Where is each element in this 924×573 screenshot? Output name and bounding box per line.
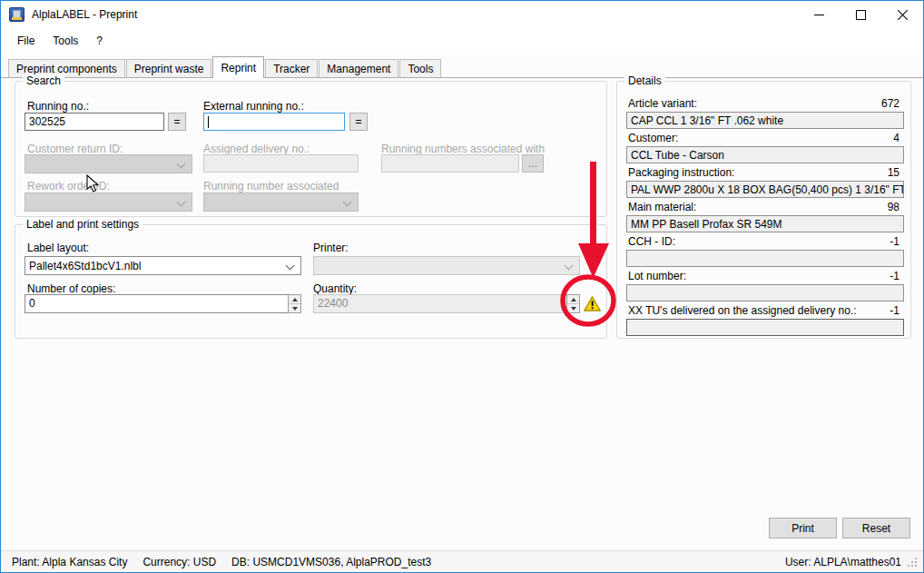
tab-tracker[interactable]: Tracker bbox=[265, 59, 318, 77]
running-numbers-associated-with-label: Running numbers associated with bbox=[381, 143, 545, 155]
external-running-no-input[interactable] bbox=[203, 113, 345, 131]
window-title: AlplaLABEL - Preprint bbox=[32, 8, 137, 21]
print-button[interactable]: Print bbox=[769, 518, 837, 538]
label-print-settings-group: Label and print settings Label layout: P… bbox=[15, 224, 607, 339]
minimize-icon bbox=[814, 10, 824, 20]
lot-number-id: -1 bbox=[890, 270, 899, 282]
main-material-label: Main material: bbox=[628, 201, 696, 213]
status-db: DB: USMCD1VMS036, AlplaPROD_test3 bbox=[231, 556, 431, 568]
spin-down-icon[interactable] bbox=[289, 304, 300, 312]
customer-label: Customer: bbox=[628, 132, 678, 144]
app-window: AlplaLABEL - Preprint File Tools ? Prepr… bbox=[0, 0, 924, 573]
label-print-settings-title: Label and print settings bbox=[23, 218, 143, 231]
chevron-down-icon bbox=[177, 198, 186, 207]
cch-id-id: -1 bbox=[890, 235, 899, 248]
window-controls bbox=[798, 1, 923, 28]
assigned-delivery-no-input[interactable] bbox=[203, 154, 359, 173]
external-running-no-equals-button[interactable]: = bbox=[349, 113, 368, 131]
quantity-spinner[interactable] bbox=[566, 294, 580, 313]
running-numbers-associated-with-input[interactable] bbox=[381, 154, 519, 173]
status-plant: Plant: Alpla Kansas City bbox=[12, 556, 127, 568]
running-numbers-browse-button[interactable]: ... bbox=[522, 154, 544, 173]
reset-button[interactable]: Reset bbox=[842, 518, 910, 538]
close-icon bbox=[898, 10, 908, 20]
customer-return-id-label: Customer return ID: bbox=[27, 143, 123, 155]
number-of-copies-input[interactable]: 0 bbox=[25, 294, 289, 313]
menu-tools[interactable]: Tools bbox=[44, 31, 87, 51]
number-of-copies-spinner[interactable] bbox=[288, 294, 301, 313]
running-no-label: Running no.: bbox=[27, 100, 89, 113]
menu-help[interactable]: ? bbox=[87, 31, 112, 51]
number-of-copies-label: Number of copies: bbox=[27, 282, 115, 295]
app-icon bbox=[9, 7, 25, 22]
minimize-button[interactable] bbox=[798, 1, 840, 28]
customer-value: CCL Tube - Carson bbox=[626, 146, 904, 163]
label-layout-label: Label layout: bbox=[27, 242, 89, 254]
search-group-title: Search bbox=[23, 74, 64, 87]
running-number-associated-label: Running number associated bbox=[203, 180, 339, 193]
article-variant-label: Article variant: bbox=[628, 97, 697, 110]
article-variant-value: CAP CCL 1 3/16" FT .062 white bbox=[626, 112, 904, 129]
close-button[interactable] bbox=[881, 1, 923, 28]
tab-tools[interactable]: Tools bbox=[399, 59, 441, 77]
external-running-no-label: External running no.: bbox=[203, 100, 304, 113]
label-layout-combo[interactable]: Pallet4x6Std1bcV1.nlbl bbox=[25, 256, 301, 275]
assigned-delivery-no-label: Assigned delivery no.: bbox=[203, 143, 310, 155]
chevron-down-icon bbox=[343, 198, 352, 207]
article-variant-id: 672 bbox=[881, 97, 899, 110]
tab-preprint-waste[interactable]: Preprint waste bbox=[126, 59, 212, 77]
packaging-instruction-id: 15 bbox=[888, 166, 899, 179]
chevron-down-icon bbox=[177, 160, 186, 169]
status-currency: Currency: USD bbox=[143, 556, 216, 568]
spin-up-icon[interactable] bbox=[289, 295, 300, 304]
quantity-label: Quantity: bbox=[313, 282, 357, 295]
lot-number-value bbox=[626, 284, 904, 301]
details-group: Details Article variant: 672 CAP CCL 1 3… bbox=[616, 81, 911, 339]
customer-id: 4 bbox=[893, 132, 899, 144]
rework-order-id-label: Rework order ID: bbox=[27, 180, 110, 193]
resize-grip-icon[interactable] bbox=[907, 557, 918, 568]
lot-number-label: Lot number: bbox=[628, 270, 686, 282]
tus-delivered-label: XX TU's delivered on the assigned delive… bbox=[628, 304, 857, 317]
chevron-down-icon bbox=[565, 262, 574, 271]
tus-delivered-id: -1 bbox=[890, 304, 899, 317]
running-no-equals-button[interactable]: = bbox=[168, 113, 186, 131]
spin-up-icon[interactable] bbox=[567, 295, 579, 304]
running-no-input[interactable]: 302525 bbox=[25, 113, 164, 131]
packaging-instruction-value: PAL WWP 2800u X 18 BOX BAG(50,400 pcs) 1… bbox=[626, 181, 904, 198]
tab-reprint[interactable]: Reprint bbox=[212, 56, 264, 78]
printer-label: Printer: bbox=[313, 242, 349, 254]
packaging-instruction-label: Packaging instruction: bbox=[628, 166, 734, 179]
search-group: Search Running no.: 302525 = External ru… bbox=[15, 81, 607, 217]
maximize-button[interactable] bbox=[840, 1, 881, 28]
customer-return-id-combo[interactable] bbox=[25, 154, 192, 173]
running-number-associated-combo[interactable] bbox=[203, 193, 359, 212]
status-bar: Plant: Alpla Kansas City Currency: USD D… bbox=[1, 550, 923, 572]
details-group-title: Details bbox=[624, 74, 665, 87]
title-bar: AlplaLABEL - Preprint bbox=[1, 1, 923, 28]
main-material-value: MM PP Basell Profax SR 549M bbox=[626, 215, 904, 232]
spin-down-icon[interactable] bbox=[567, 304, 579, 312]
text-caret bbox=[208, 116, 209, 128]
printer-combo[interactable] bbox=[313, 256, 580, 275]
maximize-icon bbox=[856, 10, 866, 20]
tus-delivered-value bbox=[626, 319, 904, 336]
status-user: User: ALPLA\matthes01 bbox=[785, 556, 901, 568]
rework-order-id-combo[interactable] bbox=[25, 193, 192, 212]
warning-icon bbox=[584, 296, 601, 311]
main-material-id: 98 bbox=[888, 201, 899, 213]
tab-management[interactable]: Management bbox=[319, 59, 398, 77]
quantity-input[interactable]: 22400 bbox=[313, 294, 567, 313]
cch-id-value bbox=[626, 250, 904, 267]
cch-id-label: CCH - ID: bbox=[628, 235, 675, 248]
tab-strip: Preprint components Preprint waste Repri… bbox=[1, 56, 923, 78]
chevron-down-icon bbox=[286, 262, 295, 271]
menu-bar: File Tools ? bbox=[1, 28, 923, 54]
menu-file[interactable]: File bbox=[8, 31, 44, 51]
